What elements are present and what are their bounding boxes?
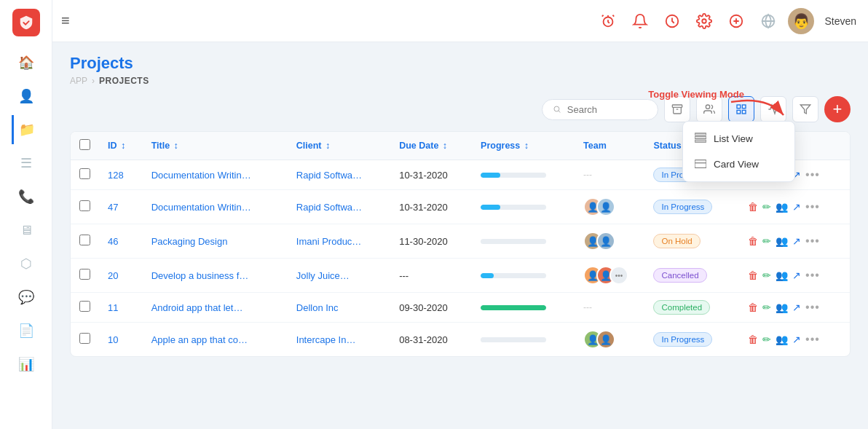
plus-circle-icon[interactable] [724, 9, 749, 34]
open-icon[interactable]: ↗ [792, 235, 801, 247]
svg-rect-17 [695, 140, 706, 142]
cell-progress [472, 259, 575, 293]
row-checkbox[interactable] [79, 333, 90, 344]
more-actions-icon[interactable]: ••• [805, 235, 820, 248]
cell-progress [472, 293, 575, 323]
cell-id: 47 [99, 190, 143, 224]
delete-icon[interactable]: 🗑 [748, 201, 758, 213]
row-checkbox[interactable] [79, 269, 90, 280]
sidebar-item-screen[interactable]: 🖥 [12, 216, 41, 245]
more-actions-icon[interactable]: ••• [805, 168, 820, 181]
clock-icon[interactable] [660, 9, 684, 34]
edit-icon[interactable]: ✏ [762, 334, 771, 345]
grid-view-button[interactable] [728, 96, 754, 122]
sidebar-item-home[interactable]: 🏠 [12, 48, 41, 77]
app-logo[interactable] [12, 9, 40, 36]
gear-icon[interactable] [692, 9, 717, 34]
assign-icon[interactable]: 👥 [776, 235, 788, 247]
sidebar-item-docs[interactable]: 📄 [12, 316, 41, 345]
delete-icon[interactable]: 🗑 [748, 334, 758, 345]
open-icon[interactable]: ↗ [792, 269, 801, 281]
cell-actions: 🗑 ✏ 👥 ↗ ••• [739, 323, 850, 357]
edit-icon[interactable]: ✏ [762, 269, 771, 281]
cell-due-date: 09-30-2020 [390, 293, 472, 323]
row-checkbox[interactable] [79, 235, 90, 245]
row-checkbox[interactable] [79, 168, 90, 179]
svg-point-6 [554, 106, 559, 111]
col-title[interactable]: Title ↕ [143, 132, 288, 160]
cell-progress [472, 190, 575, 224]
sidebar-item-list[interactable]: ☰ [12, 149, 41, 178]
list-view-option[interactable]: List View [683, 126, 794, 151]
col-client[interactable]: Client ↕ [288, 132, 390, 160]
open-icon[interactable]: ↗ [792, 334, 801, 345]
cell-status: On Hold [644, 224, 739, 259]
topnav: ≡ [52, 0, 868, 42]
edit-icon[interactable]: ✏ [762, 201, 771, 213]
assign-icon[interactable]: 👥 [776, 302, 788, 313]
sidebar-item-layers[interactable]: ⬡ [12, 249, 41, 278]
more-actions-icon[interactable]: ••• [805, 301, 820, 314]
cell-team: 👤👤 [575, 190, 644, 224]
card-view-option[interactable]: Card View [683, 151, 794, 177]
edit-icon[interactable]: ✏ [762, 235, 771, 247]
col-id[interactable]: ID ↕ [99, 132, 143, 160]
svg-rect-15 [695, 133, 706, 135]
sidebar-item-folder[interactable]: 📁 [12, 115, 41, 144]
svg-rect-7 [672, 105, 682, 107]
more-actions-icon[interactable]: ••• [805, 269, 820, 282]
svg-rect-12 [742, 110, 746, 114]
delete-icon[interactable]: 🗑 [748, 302, 758, 313]
assign-icon[interactable]: 👥 [776, 334, 788, 345]
row-checkbox[interactable] [79, 200, 90, 211]
status-badge: Cancelled [653, 268, 706, 283]
sidebar-item-chat[interactable]: 💬 [12, 283, 41, 312]
add-button[interactable]: + [824, 96, 851, 122]
col-progress[interactable]: Progress ↕ [472, 132, 575, 160]
globe-icon[interactable] [756, 9, 781, 34]
sidebar-item-analytics[interactable]: 📊 [12, 350, 41, 379]
assign-icon[interactable]: 👥 [776, 269, 788, 281]
cell-actions: 🗑 ✏ 👥 ↗ ••• [739, 293, 850, 323]
svg-marker-13 [800, 105, 810, 114]
open-icon[interactable]: ↗ [792, 201, 801, 213]
assign-icon[interactable]: 👥 [776, 201, 788, 213]
more-actions-icon[interactable]: ••• [805, 333, 820, 346]
select-all-checkbox[interactable] [79, 139, 90, 150]
cell-team: 👤👤••• [575, 259, 644, 293]
breadcrumb-app: APP [70, 76, 87, 86]
svg-rect-11 [737, 110, 741, 114]
cell-title: Develop a business f… [143, 259, 288, 293]
chart-button[interactable] [760, 96, 786, 122]
team-avatar: 👤 [596, 232, 615, 251]
delete-icon[interactable]: 🗑 [748, 269, 758, 281]
delete-icon[interactable]: 🗑 [748, 235, 758, 247]
cell-title: Apple an app that co… [143, 323, 288, 357]
search-input[interactable] [567, 104, 647, 115]
svg-rect-10 [742, 105, 746, 109]
table-row: 10 Apple an app that co… Intercape In… 0… [71, 323, 850, 357]
cell-team: 👤👤 [575, 323, 644, 357]
sidebar-item-phone[interactable]: 📞 [12, 182, 41, 211]
edit-icon[interactable]: ✏ [762, 302, 771, 313]
filter-button[interactable] [792, 96, 818, 122]
sidebar-item-users[interactable]: 👤 [12, 82, 41, 111]
cell-due-date: 10-31-2020 [390, 160, 472, 190]
bell-icon[interactable] [628, 9, 652, 34]
breadcrumb-current: PROJECTS [99, 76, 149, 86]
menu-icon[interactable]: ≡ [61, 12, 70, 29]
people-button[interactable] [696, 96, 722, 122]
col-due-date[interactable]: Due Date ↕ [390, 132, 472, 160]
archive-button[interactable] [664, 96, 690, 122]
alarm-icon[interactable] [596, 9, 620, 34]
table-row: 47 Documentation Writin… Rapid Softwa… 1… [71, 190, 850, 224]
cell-actions: 🗑 ✏ 👥 ↗ ••• [739, 224, 850, 259]
search-box[interactable] [542, 99, 658, 120]
more-actions-icon[interactable]: ••• [805, 200, 820, 213]
row-checkbox[interactable] [79, 301, 90, 312]
viewing-mode-dropdown: List View Card View [682, 121, 795, 182]
open-icon[interactable]: ↗ [792, 302, 801, 313]
avatar[interactable]: 👨 [788, 8, 814, 34]
svg-rect-9 [737, 105, 741, 109]
cell-due-date: 08-31-2020 [390, 323, 472, 357]
